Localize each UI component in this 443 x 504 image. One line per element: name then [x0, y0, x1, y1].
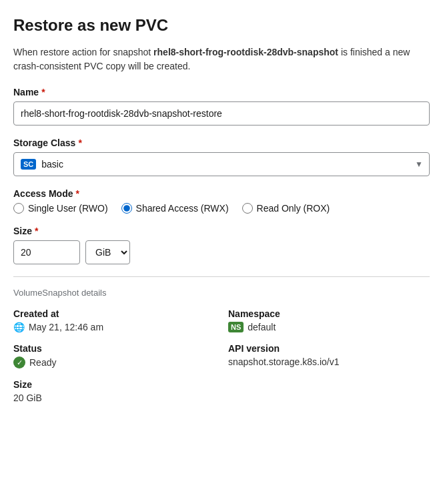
size-row: MiB GiB TiB	[13, 240, 430, 264]
name-field-group: Name *	[13, 87, 430, 125]
access-mode-rwx-radio[interactable]	[121, 203, 132, 214]
access-mode-radio-group: Single User (RWO) Shared Access (RWX) Re…	[13, 203, 430, 214]
access-mode-rox-radio[interactable]	[242, 203, 253, 214]
storage-class-value: basic	[41, 159, 63, 170]
snapshot-details-section-title: VolumeSnapshot details	[13, 288, 430, 298]
name-required-marker: *	[41, 87, 45, 97]
description: When restore action for snapshot rhel8-s…	[13, 45, 430, 73]
sc-badge: SC	[21, 159, 36, 170]
storage-class-label: Storage Class *	[13, 138, 430, 148]
access-mode-rwx[interactable]: Shared Access (RWX)	[121, 203, 229, 214]
size-label: Size *	[13, 226, 430, 236]
storage-class-select[interactable]: SC basic	[13, 152, 430, 176]
snapshot-details-grid: Created at 🌐 May 21, 12:46 am Namespace …	[13, 308, 430, 403]
storage-class-field-group: Storage Class * SC basic ▼	[13, 138, 430, 176]
name-label: Name *	[13, 87, 430, 97]
status-detail: Status ✓ Ready	[13, 343, 215, 368]
size-detail-label: Size	[13, 379, 215, 390]
created-at-label: Created at	[13, 308, 215, 319]
storage-class-select-wrapper: SC basic ▼	[13, 152, 430, 176]
api-version-detail: API version snapshot.storage.k8s.io/v1	[228, 343, 430, 368]
namespace-label: Namespace	[228, 308, 430, 319]
api-version-label: API version	[228, 343, 430, 354]
access-mode-field-group: Access Mode * Single User (RWO) Shared A…	[13, 188, 430, 214]
size-detail: Size 20 GiB	[13, 379, 215, 403]
status-label: Status	[13, 343, 215, 354]
access-mode-rwo-label: Single User (RWO)	[28, 203, 108, 214]
access-mode-label: Access Mode *	[13, 188, 430, 199]
size-detail-value: 20 GiB	[13, 393, 215, 403]
access-mode-rwo[interactable]: Single User (RWO)	[13, 203, 108, 214]
created-at-value: 🌐 May 21, 12:46 am	[13, 322, 215, 332]
namespace-value: NS default	[228, 322, 430, 332]
access-mode-required-marker: *	[75, 188, 79, 199]
namespace-detail: Namespace NS default	[228, 308, 430, 332]
ns-badge: NS	[228, 322, 244, 332]
status-value: ✓ Ready	[13, 356, 215, 368]
size-field-group: Size * MiB GiB TiB	[13, 226, 430, 264]
status-check-icon: ✓	[13, 356, 25, 368]
api-version-value: snapshot.storage.k8s.io/v1	[228, 356, 430, 367]
name-input[interactable]	[13, 101, 430, 125]
storage-class-required-marker: *	[78, 138, 81, 148]
access-mode-rwo-radio[interactable]	[13, 203, 24, 214]
globe-icon: 🌐	[13, 322, 25, 332]
size-input[interactable]	[13, 240, 80, 264]
access-mode-rox[interactable]: Read Only (ROX)	[242, 203, 330, 214]
access-mode-rox-label: Read Only (ROX)	[257, 203, 330, 214]
access-mode-rwx-label: Shared Access (RWX)	[136, 203, 229, 214]
section-divider	[13, 276, 430, 277]
page-title: Restore as new PVC	[13, 16, 430, 35]
size-required-marker: *	[35, 226, 38, 236]
created-at-detail: Created at 🌐 May 21, 12:46 am	[13, 308, 215, 332]
size-unit-select[interactable]: MiB GiB TiB	[85, 240, 130, 264]
